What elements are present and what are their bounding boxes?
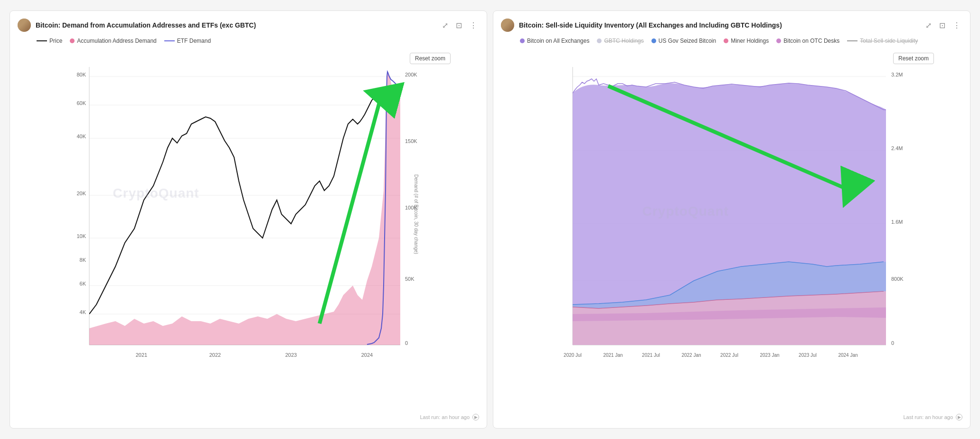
svg-text:2022 Jul: 2022 Jul: [720, 353, 738, 358]
expand-icon-2[interactable]: ⤢: [923, 20, 933, 31]
svg-text:8K: 8K: [80, 257, 86, 263]
svg-text:0: 0: [405, 340, 408, 346]
legend-total-label: Total Sell-side Liquidity: [860, 38, 918, 44]
legend-otc-label: Bitcoin on OTC Desks: [783, 38, 839, 44]
reset-zoom-btn-1[interactable]: Reset zoom: [410, 53, 451, 64]
svg-text:2021: 2021: [136, 352, 147, 358]
last-run-1: Last run: an hour ago ▶: [18, 414, 479, 420]
legend-accum-label: Accumulation Address Demand: [77, 38, 156, 44]
avatar-2: [501, 19, 514, 32]
chart-area-2: Reset zoom CryptoQuant 3.2M 2.4M 1.6M 80…: [501, 48, 962, 411]
card-title-row-2: Bitcoin: Sell-side Liquidity Inventory (…: [501, 19, 782, 32]
svg-text:2023 Jul: 2023 Jul: [799, 353, 817, 358]
legend-accum: Accumulation Address Demand: [70, 38, 156, 44]
legend-total: Total Sell-side Liquidity: [847, 38, 918, 44]
card-header-1: Bitcoin: Demand from Accumulation Addres…: [18, 19, 479, 32]
svg-text:20K: 20K: [76, 191, 86, 196]
legend-etf: ETF Demand: [164, 38, 211, 44]
svg-text:2021 Jan: 2021 Jan: [603, 353, 622, 358]
svg-text:2022: 2022: [209, 352, 221, 358]
card-actions-2: ⤢ ⊡ ⋮: [923, 20, 962, 31]
chart-card-1: Bitcoin: Demand from Accumulation Addres…: [9, 10, 487, 429]
svg-text:2024 Jan: 2024 Jan: [838, 353, 858, 358]
legend-etf-label: ETF Demand: [177, 38, 211, 44]
reset-zoom-btn-2[interactable]: Reset zoom: [893, 53, 934, 64]
legend-usgov: US Gov Seized Bitcoin: [651, 38, 716, 44]
chart-card-2: Bitcoin: Sell-side Liquidity Inventory (…: [493, 10, 971, 429]
legend-all-exchanges: Bitcoin on All Exchanges: [520, 38, 589, 44]
svg-text:Demand (# of Bitcoin, 30 day c: Demand (# of Bitcoin, 30 day change): [414, 174, 419, 254]
last-run-play-1[interactable]: ▶: [472, 414, 479, 420]
dashboard: Bitcoin: Demand from Accumulation Addres…: [5, 6, 975, 433]
card-title-row-1: Bitcoin: Demand from Accumulation Addres…: [18, 19, 256, 32]
avatar-1: [18, 19, 31, 32]
legend-miner: Miner Holdings: [724, 38, 769, 44]
legend-1: Price Accumulation Address Demand ETF De…: [18, 38, 479, 44]
svg-text:2020 Jul: 2020 Jul: [564, 353, 582, 358]
legend-gbtc-label: GBTC Holdings: [604, 38, 643, 44]
svg-text:2.4M: 2.4M: [891, 145, 903, 151]
more-icon-1[interactable]: ⋮: [468, 20, 479, 31]
chart-svg-1: 80K 60K 40K 20K 10K 8K 6K 4K 200K 150K 1…: [18, 48, 479, 390]
svg-text:3.2M: 3.2M: [891, 72, 903, 77]
svg-text:0: 0: [891, 340, 894, 346]
collapse-icon-2[interactable]: ⊡: [937, 20, 947, 31]
svg-text:4K: 4K: [80, 309, 86, 315]
legend-usgov-label: US Gov Seized Bitcoin: [659, 38, 716, 44]
collapse-icon-1[interactable]: ⊡: [454, 20, 464, 31]
chart-area-1: Reset zoom CryptoQuant 80K 60K 40K 20K 1…: [18, 48, 479, 411]
legend-price: Price: [37, 38, 62, 44]
svg-text:1.6M: 1.6M: [891, 219, 903, 225]
card-actions-1: ⤢ ⊡ ⋮: [440, 20, 479, 31]
card-header-2: Bitcoin: Sell-side Liquidity Inventory (…: [501, 19, 962, 32]
legend-all-exchanges-label: Bitcoin on All Exchanges: [527, 38, 589, 44]
last-run-2: Last run: an hour ago ▶: [501, 414, 962, 420]
svg-text:200K: 200K: [405, 72, 417, 77]
legend-miner-label: Miner Holdings: [731, 38, 769, 44]
chart-1-title: Bitcoin: Demand from Accumulation Addres…: [36, 21, 256, 29]
legend-otc: Bitcoin on OTC Desks: [776, 38, 839, 44]
svg-text:10K: 10K: [76, 233, 86, 239]
svg-text:80K: 80K: [76, 72, 86, 77]
legend-2: Bitcoin on All Exchanges GBTC Holdings U…: [501, 38, 962, 44]
chart-svg-2: 3.2M 2.4M 1.6M 800K 0 2020 Jul 2021 Jan …: [501, 48, 962, 390]
last-run-play-2[interactable]: ▶: [956, 414, 962, 420]
more-icon-2[interactable]: ⋮: [951, 20, 962, 31]
expand-icon-1[interactable]: ⤢: [440, 20, 450, 31]
svg-text:800K: 800K: [891, 276, 904, 282]
svg-text:40K: 40K: [76, 134, 86, 139]
legend-gbtc: GBTC Holdings: [597, 38, 643, 44]
svg-text:150K: 150K: [405, 138, 417, 144]
svg-text:2023 Jan: 2023 Jan: [760, 353, 779, 358]
svg-text:2023: 2023: [285, 352, 297, 358]
legend-price-label: Price: [49, 38, 62, 44]
svg-text:6K: 6K: [80, 281, 86, 286]
svg-text:50K: 50K: [405, 276, 415, 282]
svg-text:2022 Jan: 2022 Jan: [681, 353, 701, 358]
chart-2-title: Bitcoin: Sell-side Liquidity Inventory (…: [519, 21, 782, 29]
svg-text:2021 Jul: 2021 Jul: [642, 353, 660, 358]
svg-text:60K: 60K: [76, 100, 86, 106]
svg-text:2024: 2024: [361, 352, 373, 358]
